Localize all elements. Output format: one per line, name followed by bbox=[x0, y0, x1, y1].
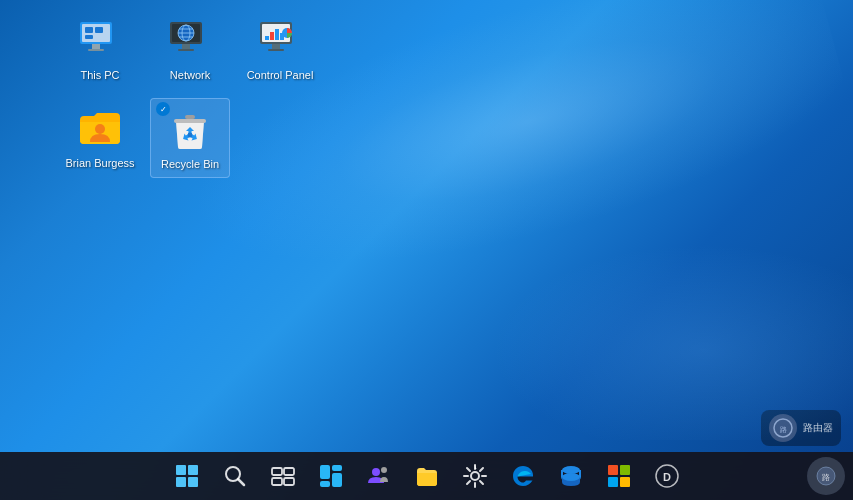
network-label: Network bbox=[170, 69, 210, 82]
svg-line-54 bbox=[480, 481, 483, 484]
recycle-bin-icon bbox=[166, 105, 214, 153]
dell-button[interactable]: D bbox=[645, 454, 689, 498]
svg-rect-5 bbox=[95, 27, 103, 33]
svg-rect-62 bbox=[620, 477, 630, 487]
svg-rect-2 bbox=[92, 44, 100, 49]
control-panel-label: Control Panel bbox=[247, 69, 314, 82]
svg-point-46 bbox=[372, 468, 380, 476]
svg-rect-40 bbox=[272, 478, 282, 485]
file-explorer-button[interactable] bbox=[405, 454, 449, 498]
svg-rect-25 bbox=[268, 49, 284, 51]
task-view-button[interactable] bbox=[261, 454, 305, 498]
svg-rect-61 bbox=[608, 477, 618, 487]
start-button[interactable] bbox=[165, 454, 209, 498]
brian-burgess-icon-container[interactable]: Brian Burgess bbox=[60, 98, 140, 178]
watermark: 路 路由器 bbox=[761, 410, 841, 446]
taskbar-icons-group: D bbox=[165, 454, 689, 498]
svg-rect-21 bbox=[275, 29, 279, 40]
svg-line-37 bbox=[238, 479, 244, 485]
svg-rect-44 bbox=[320, 481, 330, 487]
svg-line-56 bbox=[467, 481, 470, 484]
svg-rect-16 bbox=[178, 49, 194, 51]
svg-rect-59 bbox=[608, 465, 618, 475]
store-button[interactable] bbox=[549, 454, 593, 498]
control-panel-icon bbox=[256, 16, 304, 64]
svg-rect-41 bbox=[284, 478, 294, 485]
svg-rect-19 bbox=[265, 36, 269, 40]
svg-rect-45 bbox=[332, 473, 342, 487]
svg-rect-28 bbox=[185, 115, 195, 119]
svg-rect-32 bbox=[176, 465, 186, 475]
svg-rect-20 bbox=[270, 32, 274, 40]
svg-rect-15 bbox=[182, 44, 190, 49]
svg-rect-60 bbox=[620, 465, 630, 475]
svg-rect-24 bbox=[272, 44, 280, 49]
desktop: This PC bbox=[0, 0, 853, 500]
svg-rect-43 bbox=[332, 465, 342, 471]
svg-point-57 bbox=[562, 466, 580, 474]
network-icon-container[interactable]: Network bbox=[150, 10, 230, 88]
svg-rect-4 bbox=[85, 27, 93, 33]
system-tray: 路 bbox=[807, 452, 845, 500]
svg-point-58 bbox=[562, 473, 580, 481]
svg-point-26 bbox=[95, 124, 105, 134]
svg-point-48 bbox=[471, 472, 479, 480]
recycle-bin-icon-container[interactable]: ✓ bbox=[150, 98, 230, 178]
user-folder-icon bbox=[76, 104, 124, 152]
svg-rect-34 bbox=[176, 477, 186, 487]
settings-button[interactable] bbox=[453, 454, 497, 498]
svg-point-47 bbox=[381, 467, 387, 473]
this-pc-icon-container[interactable]: This PC bbox=[60, 10, 140, 88]
network-icon bbox=[166, 16, 214, 64]
icon-row-1: This PC bbox=[60, 10, 320, 88]
svg-rect-27 bbox=[174, 119, 206, 123]
svg-text:路: 路 bbox=[822, 473, 830, 482]
edge-button[interactable] bbox=[501, 454, 545, 498]
desktop-icons-container: This PC bbox=[60, 10, 320, 178]
svg-point-29 bbox=[188, 133, 193, 138]
svg-line-55 bbox=[480, 468, 483, 471]
brian-burgess-label: Brian Burgess bbox=[65, 157, 134, 170]
svg-text:路: 路 bbox=[780, 426, 787, 433]
watermark-text: 路由器 bbox=[803, 421, 833, 435]
svg-rect-6 bbox=[85, 35, 93, 39]
search-button[interactable] bbox=[213, 454, 257, 498]
svg-rect-3 bbox=[88, 49, 104, 51]
svg-rect-33 bbox=[188, 465, 198, 475]
this-pc-label: This PC bbox=[80, 69, 119, 82]
teams-button[interactable] bbox=[357, 454, 401, 498]
recycle-bin-label: Recycle Bin bbox=[161, 158, 219, 171]
control-panel-icon-container[interactable]: Control Panel bbox=[240, 10, 320, 88]
watermark-logo: 路 bbox=[769, 414, 797, 442]
this-pc-icon bbox=[76, 16, 124, 64]
svg-rect-35 bbox=[188, 477, 198, 487]
tray-notification[interactable]: 路 bbox=[807, 457, 845, 495]
svg-rect-38 bbox=[272, 468, 282, 475]
taskbar: D 路 bbox=[0, 452, 853, 500]
svg-rect-42 bbox=[320, 465, 330, 479]
svg-line-53 bbox=[467, 468, 470, 471]
ms-store-button[interactable] bbox=[597, 454, 641, 498]
svg-rect-39 bbox=[284, 468, 294, 475]
svg-text:D: D bbox=[663, 471, 671, 483]
widgets-button[interactable] bbox=[309, 454, 353, 498]
icon-row-2: Brian Burgess ✓ bbox=[60, 98, 320, 178]
